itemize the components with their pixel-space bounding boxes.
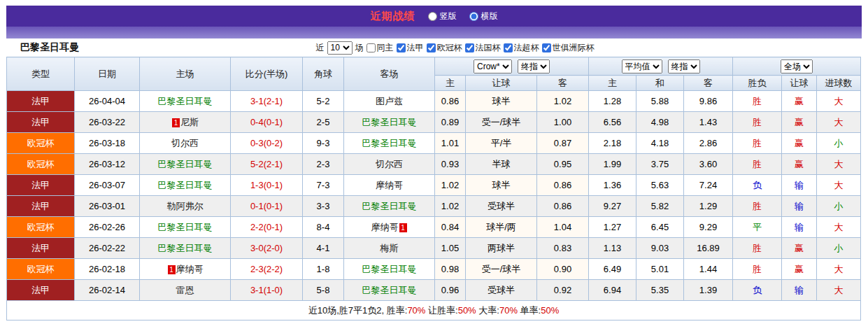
asian-handicap: 半球	[466, 154, 537, 175]
filter-bar: 巴黎圣日耳曼 近 10 场 同主 法甲 欧冠杯 法国杯 法	[6, 38, 862, 57]
result-outcome: 胜	[733, 112, 782, 133]
asian-home-odds: 0.98	[435, 259, 466, 280]
asian-odds-stage-select[interactable]: 终指	[518, 59, 550, 73]
single-rate: 50%	[541, 305, 559, 316]
team-name: 摩纳哥	[376, 180, 403, 190]
away-team-cell: 摩纳哥	[344, 175, 435, 196]
result-handicap: 输	[782, 280, 817, 301]
league-label: 法甲	[407, 42, 424, 54]
team-name: 巴黎圣日耳曼	[158, 180, 213, 190]
asian-away-odds: 0.92	[537, 280, 589, 301]
league-option-cwc[interactable]: 世俱洲际杯	[542, 42, 595, 54]
match-row: 法甲26-02-22巴黎圣日耳曼3-0(2-0)4-1梅斯1.05两球半0.83…	[7, 238, 861, 259]
col-header-type: 类型	[7, 57, 75, 91]
horizontal-radio[interactable]	[469, 12, 478, 21]
result-handicap: 输	[782, 196, 817, 217]
match-row: 法甲26-03-07巴黎圣日耳曼1-3(0-1)7-3摩纳哥1.02球半0.86…	[7, 175, 861, 196]
euro-away-odds: 3.60	[684, 154, 733, 175]
asian-away-odds: 0.95	[537, 154, 589, 175]
home-team-cell: 1摩纳哥	[140, 259, 231, 280]
home-team-cell: 切尔西	[140, 133, 231, 154]
euro-home-odds: 2.18	[589, 133, 636, 154]
euro-away-odds: 1.29	[684, 196, 733, 217]
league-badge: 法甲	[7, 175, 75, 196]
result-outcome: 胜	[733, 91, 782, 112]
match-row: 欧冠杯26-02-181摩纳哥2-3(2-2)1-8巴黎圣日耳曼0.98受一/球…	[7, 259, 861, 280]
team-name: 巴黎圣日耳曼	[158, 96, 213, 106]
asian-home-odds: 0.89	[435, 112, 466, 133]
asian-home-odds: 0.93	[435, 154, 466, 175]
euro-draw-odds: 5.88	[636, 91, 684, 112]
match-date: 26-03-22	[75, 112, 140, 133]
result-outcome: 胜	[733, 196, 782, 217]
euro-home-odds: 1.36	[589, 175, 636, 196]
league-option-coupe[interactable]: 法国杯	[465, 42, 501, 54]
league-option-supercup[interactable]: 法超杯	[504, 42, 539, 54]
score-cell: 0-3(0-2)	[231, 133, 303, 154]
layout-vertical-option[interactable]: 竖版	[428, 10, 457, 22]
big-rate-label: 大率:	[476, 305, 499, 316]
big-rate: 70%	[499, 305, 518, 316]
league-option-ligue1[interactable]: 法甲	[397, 42, 424, 54]
result-goals: 大	[817, 259, 861, 280]
result-scope-select[interactable]: 全场	[781, 59, 813, 73]
league-checkbox-coupe[interactable]	[465, 43, 474, 52]
league-option-ucl[interactable]: 欧冠杯	[427, 42, 462, 54]
col-header-away: 客场	[344, 57, 435, 91]
asian-handicap: 球半/两	[466, 217, 537, 238]
col-header-euro-home: 主	[589, 76, 636, 91]
team-name: 切尔西	[171, 138, 199, 148]
league-checkbox-ucl[interactable]	[427, 43, 436, 52]
asian-home-odds: 0.96	[435, 280, 466, 301]
league-checkbox-ligue1[interactable]	[397, 43, 406, 52]
recent-count-select[interactable]: 10	[327, 41, 353, 55]
euro-odds-stage-select[interactable]: 终指	[668, 59, 700, 73]
bookmaker-select[interactable]: Crow*	[474, 59, 512, 73]
result-outcome: 胜	[733, 259, 782, 280]
match-date: 26-02-14	[75, 280, 140, 301]
euro-draw-odds: 6.45	[636, 217, 684, 238]
asian-odds-header: Crow* 终指	[435, 57, 589, 76]
home-team-cell: 勒阿弗尔	[140, 196, 231, 217]
league-badge: 欧冠杯	[7, 259, 75, 280]
euro-draw-odds: 4.98	[636, 112, 684, 133]
match-date: 26-03-12	[75, 154, 140, 175]
league-label: 法超杯	[514, 42, 539, 54]
corner-cell: 4-1	[303, 238, 344, 259]
result-handicap: 赢	[782, 154, 817, 175]
euro-home-odds: 6.49	[589, 259, 636, 280]
home-team-cell: 巴黎圣日耳曼	[140, 91, 231, 112]
team-name: 巴黎圣日耳曼	[362, 117, 417, 127]
result-goals: 大	[817, 91, 861, 112]
match-date: 26-03-07	[75, 175, 140, 196]
asian-handicap: 球半	[466, 175, 537, 196]
score-cell: 0-1(0-1)	[231, 196, 303, 217]
corner-cell: 3-3	[303, 196, 344, 217]
away-team-cell: 切尔西	[344, 154, 435, 175]
single-rate-label: 单率:	[518, 305, 541, 316]
corner-cell: 8-4	[303, 217, 344, 238]
col-header-result-goals: 进球数	[817, 76, 861, 91]
recent-matches-table: 类型 日期 主场 比分(半场) 角球 客场 Crow* 终指 平均值 终指	[6, 57, 861, 321]
asian-handicap: 受一/球半	[466, 112, 537, 133]
euro-odds-source-select[interactable]: 平均值	[622, 59, 662, 73]
layout-horizontal-option[interactable]: 横版	[469, 10, 498, 22]
home-team-cell: 巴黎圣日耳曼	[140, 238, 231, 259]
same-home-checkbox[interactable]	[367, 43, 376, 52]
league-checkbox-supercup[interactable]	[504, 43, 513, 52]
league-badge: 欧冠杯	[7, 217, 75, 238]
euro-draw-odds: 3.75	[636, 154, 684, 175]
league-badge: 法甲	[7, 280, 75, 301]
league-checkbox-cwc[interactable]	[542, 43, 551, 52]
league-badge: 法甲	[7, 238, 75, 259]
vertical-radio[interactable]	[428, 12, 437, 21]
home-team-cell: 巴黎圣日耳曼	[140, 175, 231, 196]
asian-away-odds: 0.87	[537, 133, 589, 154]
euro-away-odds: 9.29	[684, 217, 733, 238]
same-home-option[interactable]: 同主	[367, 42, 394, 54]
home-team-cell: 巴黎圣日耳曼	[140, 217, 231, 238]
asian-handicap: 球半	[466, 91, 537, 112]
euro-home-odds: 9.27	[589, 196, 636, 217]
euro-home-odds: 1.27	[589, 217, 636, 238]
score-cell: 0-4(0-1)	[231, 112, 303, 133]
